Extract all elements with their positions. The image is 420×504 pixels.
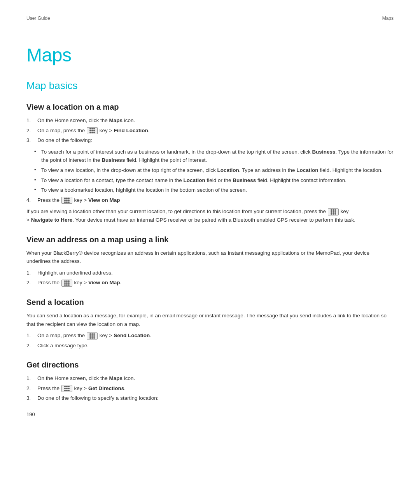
bb-key-icon: [61, 197, 72, 204]
send-location-intro: You can send a location as a message, fo…: [26, 312, 394, 328]
bb-key-icon: [87, 127, 98, 134]
list-item: 3. Do one of the following to specify a …: [26, 394, 394, 402]
subsection-title-view-location: View a location on a map: [26, 103, 394, 112]
send-location-steps: 1. On a map, press the key > Send Locati…: [26, 331, 394, 350]
view-location-bullets: • To search for a point of interest such…: [34, 148, 394, 194]
bb-key-icon: [61, 385, 72, 392]
view-address-intro: When your BlackBerry® device recognizes …: [26, 249, 394, 266]
list-item: • To view a bookmarked location, highlig…: [34, 186, 394, 194]
header-bar: User Guide Maps: [26, 16, 394, 21]
list-item: 2. Click a message type.: [26, 341, 394, 350]
list-item: 1. Highlight an underlined address.: [26, 269, 394, 277]
header-right: Maps: [382, 16, 394, 21]
list-item: 2. Press the key > View on Map.: [26, 278, 394, 287]
list-item: 1. On the Home screen, click the Maps ic…: [26, 374, 394, 383]
section-title: Map basics: [26, 80, 394, 92]
view-location-step4: 4. Press the key > View on Map: [26, 196, 394, 205]
list-item: 1. On the Home screen, click the Maps ic…: [26, 116, 394, 125]
list-item: 2. On a map, press the key > Find Locati…: [26, 126, 394, 135]
list-item: 3. Do one of the following:: [26, 136, 394, 145]
navigate-note: If you are viewing a location other than…: [26, 207, 394, 224]
list-item: 2. Press the key > Get Directions.: [26, 384, 394, 393]
subsection-title-get-directions: Get directions: [26, 360, 394, 369]
view-address-steps: 1. Highlight an underlined address. 2. P…: [26, 269, 394, 287]
list-item: • To view a location for a contact, type…: [34, 176, 394, 185]
bb-key-icon: [328, 208, 339, 215]
bb-key-icon: [61, 280, 72, 287]
list-item: • To view a new location, in the drop-do…: [34, 166, 394, 175]
list-item: 1. On a map, press the key > Send Locati…: [26, 331, 394, 340]
bb-key-icon: [87, 332, 98, 340]
subsection-title-send-location: Send a location: [26, 298, 394, 307]
page-title: Maps: [26, 44, 394, 66]
page-number: 190: [26, 411, 35, 417]
get-directions-steps: 1. On the Home screen, click the Maps ic…: [26, 374, 394, 402]
footer-bar: 190: [26, 411, 35, 417]
header-left: User Guide: [26, 16, 50, 21]
view-location-steps: 1. On the Home screen, click the Maps ic…: [26, 116, 394, 145]
list-item: 4. Press the key > View on Map: [26, 196, 394, 205]
subsection-title-view-address: View an address on a map using a link: [26, 235, 394, 244]
list-item: • To search for a point of interest such…: [34, 148, 394, 164]
